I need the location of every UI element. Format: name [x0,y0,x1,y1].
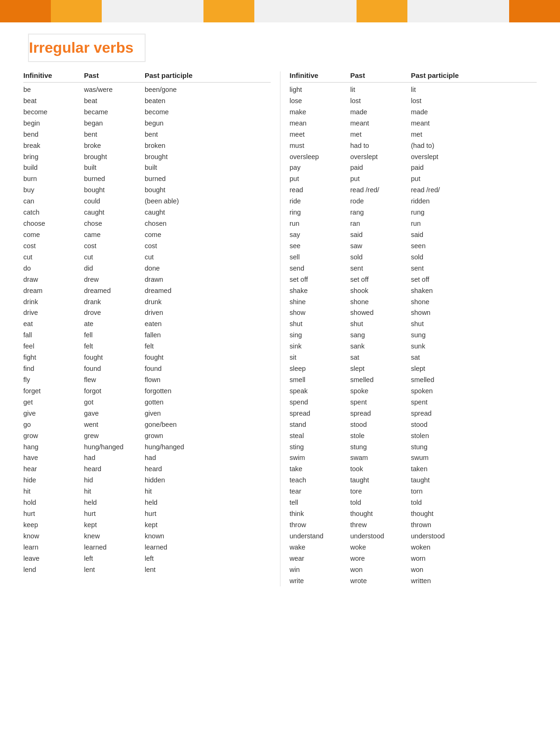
verb-cell: broke [84,140,145,152]
verb-cell: brought [145,152,219,163]
verb-cell: burned [145,174,219,185]
verb-cell: gave [84,408,145,419]
verb-cell: shut [411,319,486,330]
verb-cell: spread [290,408,350,419]
left-column-group: InfinitivePastPast participle bewas/were… [23,71,271,586]
table-row: bendbentbent [23,129,271,140]
table-row: readread /red/read /red/ [290,185,537,196]
verb-cell: said [411,230,486,241]
table-row: growgrewgrown [23,431,271,442]
verb-cell: see [290,241,350,252]
table-row: loselostlost [290,96,537,107]
verb-cell: rode [350,196,411,207]
verb-cell: burn [23,174,84,185]
verb-cell: cut [23,252,84,263]
verb-cell: heard [84,464,145,475]
verb-cell: shown [411,307,486,319]
verb-cell: slept [350,363,411,375]
verb-cell: told [411,497,486,508]
verb-cell: caught [145,207,219,218]
top-bar-segment [0,0,51,22]
table-row: keepkeptkept [23,520,271,531]
verb-cell: give [23,408,84,419]
verb-cell: built [145,162,219,174]
verb-cell: forget [23,386,84,397]
table-row: cutcutcut [23,252,271,263]
verb-cell: met [411,129,486,140]
verb-cell: chose [84,218,145,230]
table-row: winwonwon [290,564,537,576]
verb-cell: kept [145,520,219,531]
verb-cell: told [350,497,411,508]
verb-cell: drunk [145,297,219,308]
verb-cell: hurt [23,508,84,520]
verb-cell: leave [23,553,84,564]
verb-cell: came [84,230,145,241]
verb-cell: drew [84,274,145,285]
verb-cell: broken [145,140,219,152]
table-row: sellsoldsold [290,252,537,263]
verb-cell: spent [350,397,411,408]
verb-cell: go [23,419,84,431]
verb-cell: stolen [411,431,486,442]
verb-cell: pay [290,162,350,174]
verb-cell: become [145,107,219,118]
verb-cell: sold [350,252,411,263]
verb-cell: run [290,218,350,230]
verb-cell: spoken [411,386,486,397]
table-row: meetmetmet [290,129,537,140]
verb-cell: held [84,497,145,508]
table-row: breakbrokebroken [23,140,271,152]
table-row: sleepsleptslept [290,363,537,375]
verb-cell: written [411,576,486,587]
verb-cell: fought [145,352,219,363]
verb-cell: can [23,196,84,207]
table-row: taketooktaken [290,464,537,475]
verb-cell: sunk [411,341,486,352]
table-row: speakspokespoken [290,386,537,397]
right-col-headers: InfinitivePastPast participle [290,71,537,83]
table-row: musthad to(had to) [290,140,537,152]
verb-cell: made [350,107,411,118]
columns-area: InfinitivePastPast participle bewas/were… [0,67,560,600]
top-bar-segment [102,0,203,22]
table-row: spendspentspent [290,397,537,408]
verb-cell: hold [23,497,84,508]
verb-cell: eat [23,319,84,330]
verb-cell: left [84,553,145,564]
verb-cell: ran [350,218,411,230]
verb-cell: meant [350,118,411,129]
verb-cell: hide [23,475,84,486]
verb-cell: write [290,576,350,587]
table-row: set offset offset off [290,274,537,285]
verb-cell: slept [411,363,486,375]
table-row: getgotgotten [23,397,271,408]
verb-cell: sit [290,352,350,363]
verb-cell: began [84,118,145,129]
verb-cell: took [350,464,411,475]
table-row: stingstungstung [290,442,537,453]
table-row: gowentgone/been [23,419,271,431]
verb-cell: cut [145,252,219,263]
table-row: dodiddone [23,263,271,274]
verb-cell: bent [145,129,219,140]
verb-cell: flew [84,375,145,386]
verb-cell: hit [84,486,145,497]
verb-cell: given [145,408,219,419]
verb-cell: fall [23,330,84,341]
column-header: Past participle [411,71,486,79]
verb-cell: drive [23,307,84,319]
verb-cell: said [350,230,411,241]
table-row: telltoldtold [290,497,537,508]
verb-cell: win [290,564,350,576]
table-row: stealstolestolen [290,431,537,442]
verb-cell: saw [350,241,411,252]
verb-cell: dream [23,285,84,297]
left-verb-rows: bewas/werebeen/gonebeatbeatbeatenbecomeb… [23,84,271,576]
verb-cell: went [84,419,145,431]
verb-cell: paid [411,162,486,174]
verb-cell: lend [23,564,84,576]
verb-cell: must [290,140,350,152]
verb-cell: hear [23,464,84,475]
table-row: throwthrewthrown [290,520,537,531]
